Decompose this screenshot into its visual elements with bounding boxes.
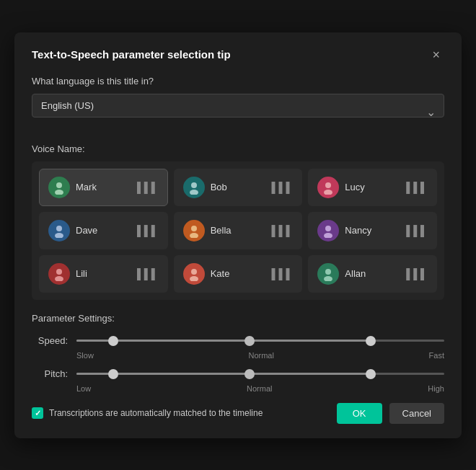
svg-point-11 bbox=[324, 233, 332, 238]
voice-left-nancy: Nancy bbox=[317, 220, 371, 241]
pitch-label: Pitch: bbox=[32, 368, 68, 379]
voice-card-kate[interactable]: Kate ▌▌▌ bbox=[174, 255, 303, 293]
speed-slow-label: Slow bbox=[76, 351, 94, 360]
speed-labels: Slow Normal Fast bbox=[76, 351, 444, 360]
svg-point-14 bbox=[191, 269, 197, 275]
svg-point-7 bbox=[55, 233, 63, 238]
voice-avatar-lucy bbox=[317, 177, 339, 198]
ok-button[interactable]: OK bbox=[337, 403, 382, 424]
voice-card-nancy[interactable]: Nancy ▌▌▌ bbox=[308, 212, 437, 249]
language-select[interactable]: English (US) English (UK) Spanish French… bbox=[32, 94, 444, 117]
pitch-track bbox=[76, 373, 444, 375]
wave-icon-mark: ▌▌▌ bbox=[137, 182, 159, 193]
svg-point-3 bbox=[190, 190, 198, 195]
speed-row: Speed: bbox=[32, 334, 444, 348]
voice-avatar-bob bbox=[183, 177, 205, 198]
speed-normal-label: Normal bbox=[248, 351, 273, 360]
svg-point-15 bbox=[190, 276, 198, 281]
voice-card-bella[interactable]: Bella ▌▌▌ bbox=[174, 212, 303, 249]
wave-icon-dave: ▌▌▌ bbox=[137, 225, 159, 236]
wave-icon-bob: ▌▌▌ bbox=[272, 182, 294, 193]
voice-card-lili[interactable]: Lili ▌▌▌ bbox=[39, 255, 168, 293]
voice-left-allan: Allan bbox=[317, 263, 366, 285]
voice-name-bob: Bob bbox=[211, 182, 227, 192]
dialog: Text-to-Speech parameter selection tip ×… bbox=[14, 32, 462, 438]
voice-name-kate: Kate bbox=[211, 268, 230, 279]
wave-icon-lili: ▌▌▌ bbox=[137, 268, 159, 280]
close-button[interactable]: × bbox=[428, 47, 444, 63]
speed-track bbox=[76, 340, 444, 342]
voice-name-lili: Lili bbox=[76, 268, 87, 279]
voice-name-lucy: Lucy bbox=[345, 182, 364, 192]
voice-avatar-dave bbox=[48, 220, 70, 241]
svg-point-9 bbox=[190, 233, 198, 238]
svg-point-4 bbox=[325, 182, 331, 188]
svg-point-0 bbox=[56, 182, 62, 188]
voice-left-mark: Mark bbox=[48, 177, 97, 198]
voice-card-bob[interactable]: Bob ▌▌▌ bbox=[174, 169, 303, 206]
voice-left-kate: Kate bbox=[183, 263, 230, 285]
voice-left-lili: Lili bbox=[48, 263, 87, 285]
pitch-normal-label: Normal bbox=[247, 384, 272, 393]
pitch-thumb-2[interactable] bbox=[244, 369, 255, 379]
pitch-thumb-3[interactable] bbox=[366, 369, 376, 379]
voice-grid: Mark ▌▌▌ Bob ▌▌▌ bbox=[39, 169, 437, 293]
language-question: What language is this title in? bbox=[32, 76, 444, 87]
svg-point-13 bbox=[55, 276, 63, 281]
speed-thumb-3[interactable] bbox=[366, 336, 376, 346]
voice-avatar-bella bbox=[183, 220, 205, 241]
pitch-slider-wrapper bbox=[76, 367, 444, 381]
svg-point-1 bbox=[55, 190, 63, 195]
dialog-title: Text-to-Speech parameter selection tip bbox=[32, 48, 231, 61]
button-row: OK Cancel bbox=[337, 403, 444, 424]
checkbox-row: Transcriptions are automatically matched… bbox=[32, 407, 263, 419]
svg-point-6 bbox=[56, 226, 62, 231]
language-select-wrapper: English (US) English (UK) Spanish French… bbox=[32, 94, 444, 130]
speed-thumb-1[interactable] bbox=[108, 336, 118, 346]
pitch-thumb-1[interactable] bbox=[108, 369, 118, 379]
svg-point-12 bbox=[56, 269, 62, 275]
voice-avatar-mark bbox=[48, 177, 70, 198]
voice-name-nancy: Nancy bbox=[345, 225, 371, 236]
wave-icon-allan: ▌▌▌ bbox=[406, 268, 428, 280]
voice-grid-wrapper: Mark ▌▌▌ Bob ▌▌▌ bbox=[32, 161, 444, 300]
dialog-header: Text-to-Speech parameter selection tip × bbox=[32, 47, 444, 63]
svg-point-17 bbox=[324, 276, 332, 281]
voice-left-lucy: Lucy bbox=[317, 177, 364, 198]
checkbox-label: Transcriptions are automatically matched… bbox=[49, 408, 263, 418]
wave-icon-lucy: ▌▌▌ bbox=[406, 182, 428, 193]
voice-name-label: Voice Name: bbox=[32, 143, 444, 154]
cancel-button[interactable]: Cancel bbox=[389, 403, 444, 424]
voice-avatar-kate bbox=[183, 263, 205, 285]
voice-avatar-allan bbox=[317, 263, 339, 285]
overlay: Text-to-Speech parameter selection tip ×… bbox=[0, 0, 476, 470]
voice-name-mark: Mark bbox=[76, 182, 97, 192]
pitch-low-label: Low bbox=[76, 384, 91, 393]
svg-point-16 bbox=[325, 269, 331, 275]
footer: Transcriptions are automatically matched… bbox=[32, 403, 444, 424]
voice-card-allan[interactable]: Allan ▌▌▌ bbox=[308, 255, 437, 293]
svg-point-8 bbox=[191, 226, 197, 231]
voice-card-dave[interactable]: Dave ▌▌▌ bbox=[39, 212, 168, 249]
svg-point-5 bbox=[324, 190, 332, 195]
speed-slider-wrapper bbox=[76, 334, 444, 348]
voice-card-mark[interactable]: Mark ▌▌▌ bbox=[39, 169, 168, 206]
voice-name-bella: Bella bbox=[211, 225, 232, 236]
wave-icon-nancy: ▌▌▌ bbox=[406, 225, 428, 236]
speed-fill bbox=[76, 340, 371, 342]
pitch-row: Pitch: bbox=[32, 367, 444, 381]
voice-avatar-nancy bbox=[317, 220, 339, 241]
speed-label: Speed: bbox=[32, 335, 68, 346]
pitch-high-label: High bbox=[428, 384, 444, 393]
voice-left-dave: Dave bbox=[48, 220, 97, 241]
svg-point-10 bbox=[325, 226, 331, 231]
params-label: Parameter Settings: bbox=[32, 313, 444, 324]
voice-avatar-lili bbox=[48, 263, 70, 285]
wave-icon-bella: ▌▌▌ bbox=[272, 225, 294, 236]
voice-card-lucy[interactable]: Lucy ▌▌▌ bbox=[308, 169, 437, 206]
voice-name-allan: Allan bbox=[345, 268, 366, 279]
auto-match-checkbox[interactable] bbox=[32, 407, 43, 419]
voice-name-dave: Dave bbox=[76, 225, 97, 236]
speed-thumb-2[interactable] bbox=[244, 336, 255, 346]
svg-point-2 bbox=[191, 182, 197, 188]
